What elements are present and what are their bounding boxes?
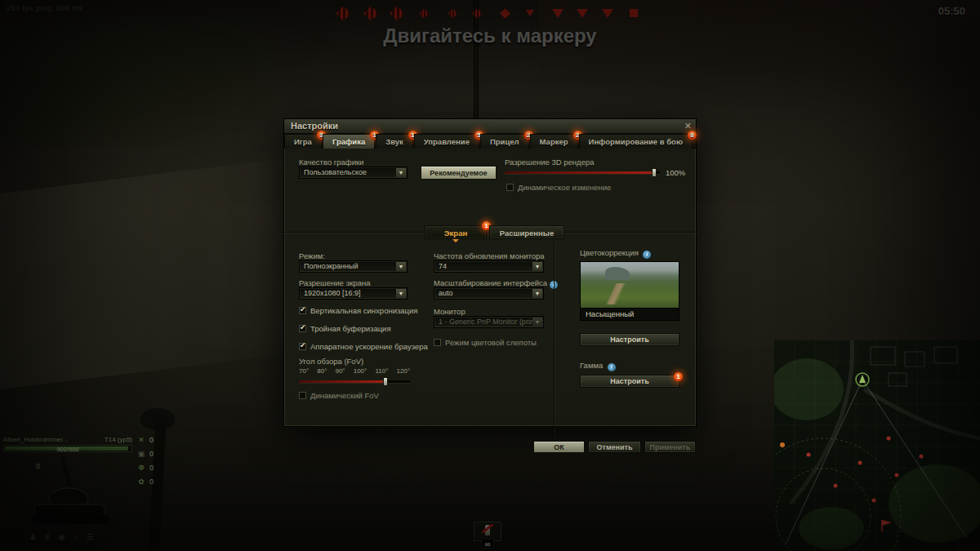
tab-battle-notifications[interactable]: Информирование в бою8 <box>579 134 693 149</box>
triple-buffering-checkbox[interactable]: Тройная буферизация <box>299 324 391 333</box>
tab-marker[interactable]: Маркер2 <box>530 134 578 149</box>
battle-counters: ✕0 ▣0 ❁0 ✿0 <box>137 436 154 486</box>
chevron-down-icon[interactable] <box>532 289 542 298</box>
vsync-checkbox[interactable]: Вертикальная синхронизация <box>299 306 418 315</box>
recommended-button[interactable]: Рекомендуемое <box>421 166 497 180</box>
wheel-icon: ⊕ <box>44 532 51 542</box>
enemy-marker-diamond-icon <box>363 6 378 20</box>
enemy-marker-diamond-icon <box>500 8 510 19</box>
turret-icon: ⌓ <box>73 532 79 542</box>
tab-controls[interactable]: Управление5 <box>414 134 479 149</box>
fov-tick-labels: 70° 80° 90° 100° 110° 120° <box>299 367 410 375</box>
render-resolution-slider[interactable] <box>505 168 660 177</box>
monitor-select: 1 - Generic PnP Monitor (primary) <box>434 316 544 328</box>
settings-tab-bar: Игра3 Графика1 Звук1 Управление5 Прицел2… <box>284 134 696 149</box>
tab-sound[interactable]: Звук1 <box>376 134 413 149</box>
info-icon[interactable] <box>643 251 651 259</box>
info-icon[interactable] <box>608 363 616 371</box>
chevron-down-icon[interactable] <box>532 262 542 271</box>
enemy-marker-triangle-icon <box>552 9 564 18</box>
chevron-down-icon[interactable] <box>396 262 406 271</box>
color-correction-configure-button[interactable]: Настроить <box>580 333 679 346</box>
enemy-marker-triangle-icon <box>602 9 613 18</box>
apply-button[interactable]: Применить <box>644 441 696 453</box>
render-resolution-value: 100% <box>666 168 685 177</box>
dialog-title: Настройки <box>291 121 338 131</box>
dynamic-fov-checkbox[interactable]: Динамический FoV <box>299 391 379 400</box>
battle-timer: 05:50 <box>938 5 965 17</box>
chevron-down-icon <box>532 318 542 327</box>
refresh-rate-select[interactable]: 74 <box>434 260 544 273</box>
enemy-marker-diamond-icon <box>448 8 458 19</box>
notification-badge: 8 <box>688 131 697 140</box>
notification-badge: 1 <box>674 372 683 381</box>
monitor-label: Монитор <box>434 307 466 316</box>
chevron-down-icon[interactable] <box>396 289 406 298</box>
ammo-count: ∞ <box>481 539 494 549</box>
tab-graphics[interactable]: Графика1 <box>323 134 375 149</box>
hardware-acceleration-checkbox[interactable]: Аппаратное ускорение браузера <box>299 342 428 351</box>
color-correction-preview <box>580 261 679 309</box>
dialog-body: Качество графики Пользовательское Рекоме… <box>284 149 696 426</box>
ally-dot <box>780 442 785 447</box>
fov-slider[interactable] <box>299 377 410 386</box>
subtab-advanced[interactable]: Расширенные <box>489 225 564 239</box>
slider-handle[interactable] <box>652 168 657 177</box>
health-bar: 900/900 <box>3 445 132 452</box>
fps-ping-readout: 250 fps ping: 600 ms <box>7 4 83 12</box>
module-status-row: ♟ ⊕ ◉ ⌓ ☰ <box>29 532 94 542</box>
gamma-configure-button[interactable]: Настроить 1 <box>580 375 679 388</box>
color-correction-label: Цветокоррекция <box>580 248 651 259</box>
tab-game[interactable]: Игра3 <box>284 134 322 149</box>
spotted-icon: ▣ <box>137 450 145 458</box>
dialog-header: Настройки ✕ <box>284 119 696 134</box>
assist-icon: ✿ <box>137 478 145 486</box>
engine-icon: ◉ <box>58 532 65 542</box>
vehicle-name: T14 (ур5) <box>105 436 132 443</box>
enemy-marker-triangle-icon <box>577 9 588 18</box>
close-icon[interactable]: ✕ <box>684 121 692 131</box>
cancel-button[interactable]: Отменить <box>588 441 641 453</box>
screen-resolution-label: Разрешение экрана <box>299 278 371 287</box>
shell-icon <box>485 525 490 535</box>
fov-label: Угол обзора (FoV) <box>299 357 363 366</box>
player-panel: Albert_Holzkrammer... T14 (ур5) 900/900 <box>3 436 132 452</box>
enemy-marker-square-icon <box>630 9 638 17</box>
tracks-icon: ☰ <box>87 532 94 542</box>
own-tank <box>11 454 118 529</box>
settings-dialog: Настройки ✕ Игра3 Графика1 Звук1 Управле… <box>283 118 697 427</box>
mode-label: Режим: <box>299 251 325 260</box>
tab-reticle[interactable]: Прицел2 <box>480 134 529 149</box>
color-preset-name: Насыщенный <box>580 309 679 321</box>
colorblind-mode-checkbox[interactable]: Режим цветовой слепоты <box>434 338 537 347</box>
enemy-marker-diamond-icon <box>390 6 404 20</box>
enemy-marker-triangle-icon <box>526 10 534 16</box>
dynamic-render-checkbox[interactable]: Динамическое изменение <box>506 183 611 192</box>
crew-icon: ♟ <box>29 532 37 542</box>
mode-select[interactable]: Полноэкранный <box>299 260 408 273</box>
graphics-quality-label: Качество графики <box>299 158 363 167</box>
subtab-screen[interactable]: Экран 1 <box>425 225 487 239</box>
damage-icon: ❁ <box>137 464 145 472</box>
gamma-label: Гамма <box>580 361 616 371</box>
slider-handle[interactable] <box>383 377 388 386</box>
enemy-marker-diamond-icon <box>419 8 430 19</box>
game-screen: { "hud": { "perf": "250 fps ping: 600 ms… <box>0 0 980 551</box>
health-value: 900/900 <box>4 446 131 453</box>
chevron-down-icon[interactable] <box>396 168 406 177</box>
kills-icon: ✕ <box>137 436 145 444</box>
objective-message: Двигайтесь к маркеру <box>0 24 980 47</box>
ui-scale-select[interactable]: auto <box>434 287 544 300</box>
screen-resolution-select[interactable]: 1920x1080 [16:9] <box>299 287 408 300</box>
enemy-marker-diamond-icon <box>336 6 350 20</box>
player-name: Albert_Holzkrammer... <box>3 436 68 443</box>
minimap[interactable] <box>774 340 980 551</box>
graphics-quality-select[interactable]: Пользовательское <box>299 167 408 179</box>
refresh-rate-label: Частота обновления монитора <box>434 251 545 260</box>
render-resolution-label: Разрешение 3D рендера <box>505 158 595 167</box>
ok-button[interactable]: ОК <box>533 441 585 453</box>
